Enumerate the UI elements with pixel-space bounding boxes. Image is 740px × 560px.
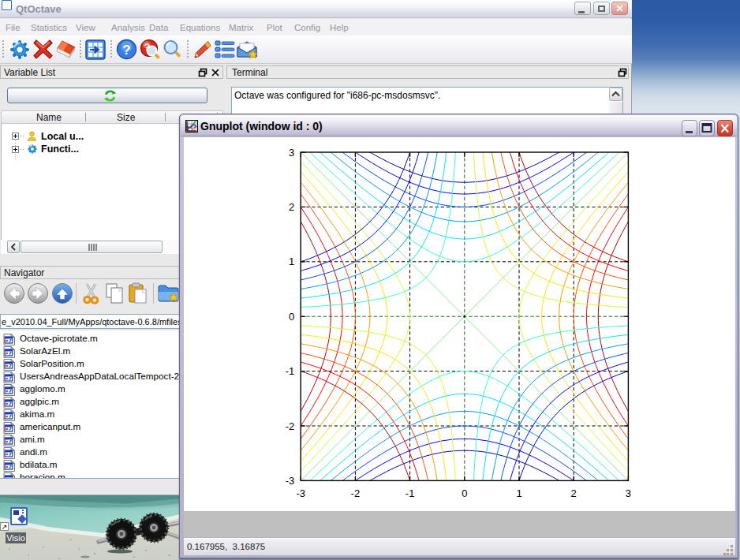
svg-text:2: 2 — [571, 487, 577, 499]
svg-text:2: 2 — [289, 201, 294, 213]
svg-text:3: 3 — [626, 487, 631, 499]
svg-text:-1: -1 — [286, 365, 295, 377]
svg-text:-2: -2 — [286, 420, 295, 432]
svg-text:0: 0 — [462, 487, 467, 499]
svg-text:-1: -1 — [406, 487, 415, 499]
svg-text:3: 3 — [289, 147, 294, 159]
svg-text:1: 1 — [516, 487, 521, 499]
svg-text:-3: -3 — [286, 475, 295, 487]
svg-text:-3: -3 — [296, 487, 305, 499]
svg-text:1: 1 — [289, 256, 294, 267]
svg-text:-2: -2 — [351, 487, 361, 499]
svg-text:0: 0 — [289, 311, 294, 323]
